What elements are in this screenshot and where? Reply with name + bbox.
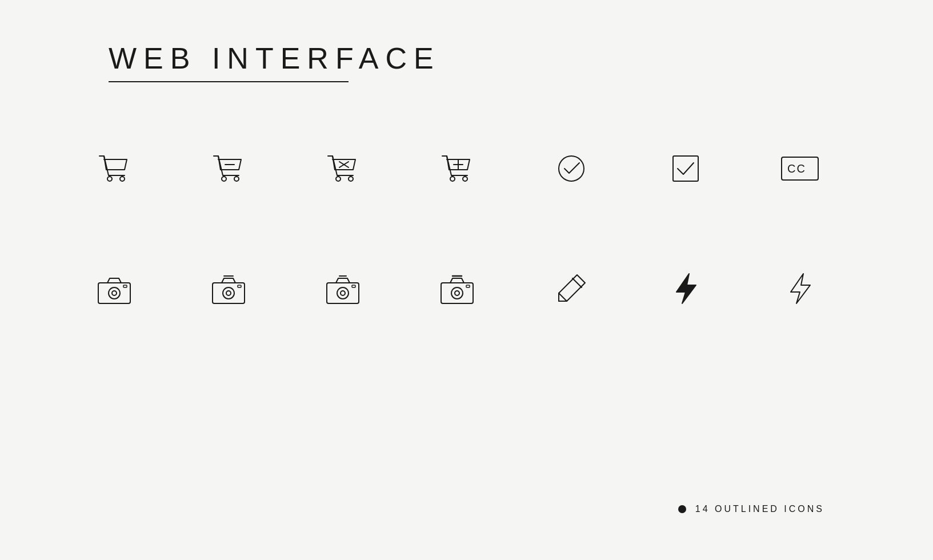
svg-point-2: [222, 177, 226, 181]
svg-point-19: [112, 291, 117, 295]
svg-rect-25: [238, 285, 241, 287]
svg-point-10: [463, 177, 467, 181]
title-section: WEB INTERFACE: [109, 41, 441, 82]
svg-point-33: [455, 291, 459, 295]
footer-label: 14 OUTLINED ICONS: [695, 504, 824, 514]
svg-line-36: [572, 278, 582, 287]
svg-point-6: [349, 177, 353, 181]
cart-icon: [91, 146, 137, 191]
svg-point-22: [223, 287, 234, 299]
svg-rect-14: [673, 156, 698, 181]
camera-minus-icon: [320, 266, 366, 311]
svg-rect-30: [352, 285, 355, 287]
svg-rect-20: [123, 285, 127, 287]
camera-icon: [91, 266, 137, 311]
svg-text:CC: CC: [787, 162, 806, 175]
svg-marker-37: [676, 274, 696, 303]
svg-point-3: [234, 177, 239, 181]
svg-point-18: [109, 287, 120, 299]
footer-note: 14 OUTLINED ICONS: [678, 504, 824, 514]
svg-point-5: [336, 177, 341, 181]
title-underline: [109, 81, 349, 82]
cart-plus-icon: [434, 146, 480, 191]
svg-rect-31: [441, 283, 473, 303]
circle-check-icon: [548, 146, 594, 191]
page-title: WEB INTERFACE: [109, 41, 441, 75]
svg-marker-38: [791, 274, 810, 303]
svg-point-0: [107, 177, 112, 181]
svg-point-23: [226, 291, 231, 295]
camera-flash-icon: [434, 266, 480, 311]
svg-point-13: [559, 156, 584, 181]
cart-x-icon: [320, 146, 366, 191]
icons-row-1: CC: [91, 146, 823, 191]
svg-rect-35: [466, 285, 470, 287]
svg-rect-21: [213, 283, 245, 303]
svg-point-28: [341, 291, 345, 295]
svg-rect-26: [327, 283, 359, 303]
lightning-outline-icon: [777, 266, 823, 311]
cart-minus-icon: [206, 146, 251, 191]
checkbox-icon: [663, 146, 708, 191]
svg-point-32: [451, 287, 463, 299]
camera-timer-icon: [206, 266, 251, 311]
svg-point-9: [450, 177, 455, 181]
lightning-icon: [663, 266, 708, 311]
svg-point-27: [337, 287, 349, 299]
svg-rect-17: [98, 283, 130, 303]
edit-icon: [548, 266, 594, 311]
footer-dot: [678, 505, 686, 513]
icons-row-2: [91, 266, 823, 311]
page-container: WEB INTERFACE: [0, 0, 933, 560]
cc-icon: CC: [777, 146, 823, 191]
svg-point-1: [120, 177, 125, 181]
